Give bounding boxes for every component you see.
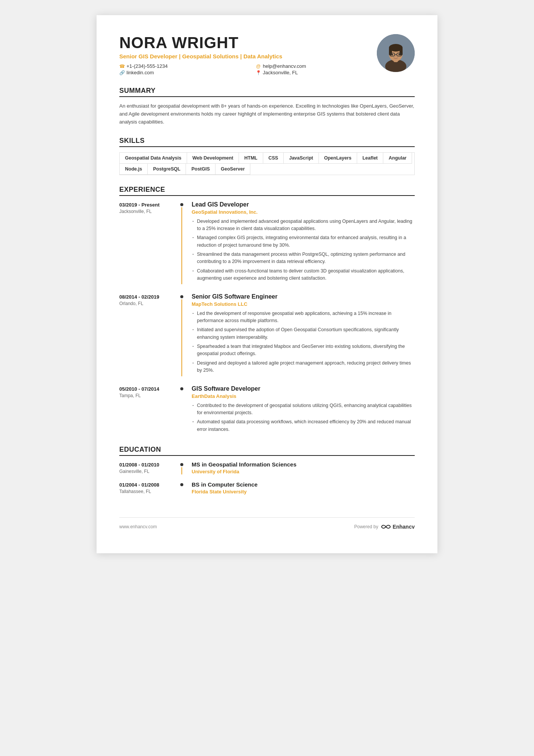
exp-location: Jacksonville, FL [119,209,178,214]
skill-tag: Node.js [120,164,148,175]
skill-tag: PostgreSQL [148,164,186,175]
skill-tag: GeoServer [215,164,250,175]
website-value: linkedin.com [126,70,154,75]
exp-right: GIS Software Developer EarthData Analysi… [186,385,415,435]
skills-section: SKILLS Geospatial Data AnalysisWeb Devel… [119,137,415,175]
footer-brand: Powered by Enhancv [354,523,415,531]
contact-grid: ☎ +1-(234)-555-1234 @ help@enhancv.com 🔗… [119,63,377,75]
education-list: 01/2008 - 01/2010 Gainesville, FL MS in … [119,461,415,495]
exp-left: 08/2014 - 02/2019 Orlando, FL [119,293,178,376]
exp-bullet: Collaborated with cross-functional teams… [192,268,415,282]
exp-bullet: Developed and implemented advanced geosp… [192,218,415,233]
edu-left: 01/2004 - 01/2008 Tallahassee, FL [119,481,178,495]
edu-location: Gainesville, FL [119,469,178,474]
skill-tag: HTML [239,153,263,164]
exp-location: Orlando, FL [119,301,178,306]
svg-rect-6 [400,48,403,55]
exp-bullet: Managed complex GIS projects, integratin… [192,234,415,249]
exp-divider [178,201,186,284]
edu-right: MS in Geospatial Information Sciences Un… [186,461,415,474]
svg-point-10 [392,54,393,55]
header-left: NORA WRIGHT Senior GIS Developer | Geosp… [119,34,377,75]
summary-text: An enthusiast for geospatial development… [119,102,415,126]
exp-date: 08/2014 - 02/2019 [119,294,178,300]
exp-bullet: Designed and deployed a tailored agile p… [192,360,415,374]
edu-divider [178,481,186,495]
skill-tag: Web Development [187,153,239,164]
exp-left: 05/2010 - 07/2014 Tampa, FL [119,385,178,435]
edu-line [181,467,182,474]
exp-divider [178,385,186,435]
exp-bullets: Led the development of responsive geospa… [192,310,415,374]
exp-dot [180,295,183,298]
enhancv-icon [381,523,391,531]
exp-left: 03/2019 - Present Jacksonville, FL [119,201,178,284]
exp-bullets: Contributed to the development of geospa… [192,402,415,434]
exp-bullet: Contributed to the development of geospa… [192,402,415,417]
location-icon: 📍 [256,70,261,75]
resume-page: NORA WRIGHT Senior GIS Developer | Geosp… [97,15,437,553]
exp-dot [180,387,183,390]
experience-item: 08/2014 - 02/2019 Orlando, FL Senior GIS… [119,293,415,376]
exp-dot [180,203,183,206]
location-value: Jacksonville, FL [263,70,298,75]
header: NORA WRIGHT Senior GIS Developer | Geosp… [119,34,415,75]
skill-tag: JavaScript [284,153,319,164]
exp-bullet: Spearheaded a team that integrated Mapbo… [192,343,415,358]
experience-list: 03/2019 - Present Jacksonville, FL Lead … [119,201,415,435]
website-contact: 🔗 linkedin.com [119,70,240,75]
exp-bullet: Automated spatial data processing workfl… [192,418,415,433]
education-item: 01/2004 - 01/2008 Tallahassee, FL BS in … [119,481,415,495]
exp-company: EarthData Analysis [192,393,415,399]
enhancv-brand-text: Enhancv [393,524,415,530]
exp-date: 03/2019 - Present [119,202,178,208]
exp-date: 05/2010 - 07/2014 [119,386,178,392]
avatar [377,34,415,72]
edu-school: University of Florida [192,469,415,474]
education-section: EDUCATION 01/2008 - 01/2010 Gainesville,… [119,446,415,495]
email-contact: @ help@enhancv.com [256,63,377,69]
edu-location: Tallahassee, FL [119,489,178,494]
summary-title: SUMMARY [119,87,415,97]
exp-bullets: Developed and implemented advanced geosp… [192,218,415,282]
phone-icon: ☎ [119,64,125,69]
education-title: EDUCATION [119,446,415,456]
phone-contact: ☎ +1-(234)-555-1234 [119,63,240,69]
skills-title: SKILLS [119,137,415,147]
exp-company: GeoSpatial Innovations, Inc. [192,209,415,215]
exp-location: Tampa, FL [119,393,178,398]
exp-bullet: Streamlined the data management process … [192,251,415,266]
edu-date: 01/2004 - 01/2008 [119,482,178,488]
edu-left: 01/2008 - 01/2010 Gainesville, FL [119,461,178,474]
phone-value: +1-(234)-555-1234 [126,63,168,69]
exp-line [181,299,182,376]
edu-date: 01/2008 - 01/2010 [119,462,178,468]
candidate-title: Senior GIS Developer | Geospatial Soluti… [119,53,377,59]
exp-bullet: Led the development of responsive geospa… [192,310,415,325]
email-icon: @ [256,64,261,69]
footer-website: www.enhancv.com [119,524,157,529]
skill-tag: PostGIS [186,164,215,175]
exp-line [181,207,182,284]
experience-item: 03/2019 - Present Jacksonville, FL Lead … [119,201,415,284]
exp-bullet: Initiated and supervised the adoption of… [192,326,415,341]
experience-item: 05/2010 - 07/2014 Tampa, FL GIS Software… [119,385,415,435]
footer: www.enhancv.com Powered by Enhancv [119,517,415,531]
powered-by-label: Powered by [354,524,378,529]
skill-tag: CSS [263,153,284,164]
candidate-name: NORA WRIGHT [119,34,377,52]
edu-school: Florida State University [192,489,415,495]
location-contact: 📍 Jacksonville, FL [256,70,377,75]
skill-tag: OpenLayers [319,153,357,164]
edu-degree: MS in Geospatial Information Sciences [192,461,415,468]
edu-dot [180,463,183,466]
edu-divider [178,461,186,474]
summary-section: SUMMARY An enthusiast for geospatial dev… [119,87,415,126]
edu-dot [180,483,183,486]
exp-divider [178,293,186,376]
svg-point-11 [398,54,400,55]
email-value: help@enhancv.com [263,63,306,69]
experience-section: EXPERIENCE 03/2019 - Present Jacksonvill… [119,186,415,435]
enhancv-logo: Enhancv [381,523,415,531]
skill-tag: Angular [383,153,412,164]
